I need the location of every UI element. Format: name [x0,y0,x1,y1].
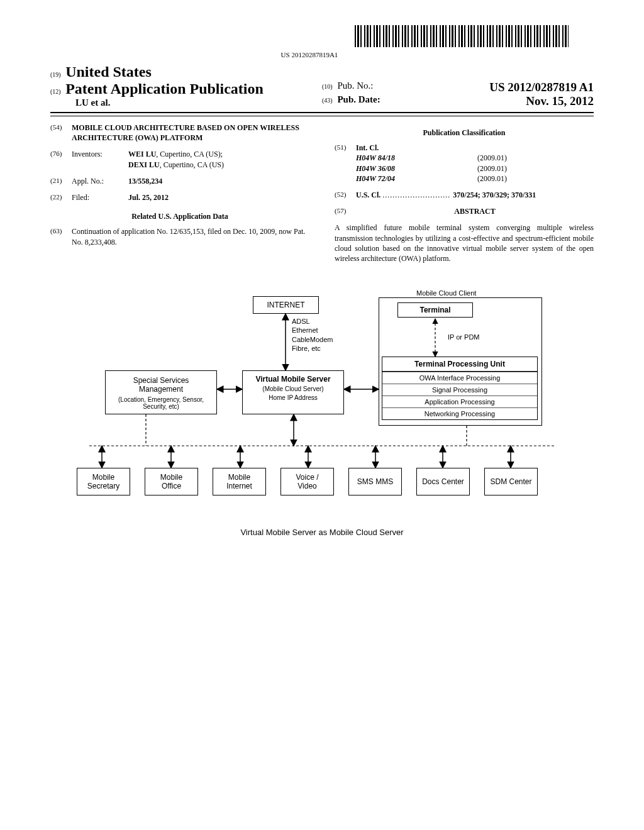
service-6: SDM Center [484,468,538,495]
uscl-value: 370/254; 370/329; 370/331 [453,191,536,199]
barcode-region: US 20120287819A1 [50,19,594,58]
intcl-0-class: H04W 84/18 [356,153,395,163]
continuation-text: Continuation of application No. 12/635,1… [72,226,309,246]
inventors-code: (76) [50,149,72,169]
service-4: SMS MMS [348,468,402,495]
bibliographic-section: (54) MOBILE CLOUD ARCHITECTURE BASED ON … [50,123,594,263]
service-5: Docs Center [416,468,470,495]
pub-type-code: (12) [50,88,61,95]
intcl-2-class: H04W 72/04 [356,174,395,184]
publication-header: (19) United States (12) Patent Applicati… [50,64,594,108]
intcl-2-ver: (2009.01) [477,174,507,184]
figure-diagram: INTERNET ADSL Ethernet CableModem Fibre,… [64,289,580,540]
abstract-code: (57) [335,206,356,216]
classification-heading: Publication Classification [335,128,594,138]
continuation-code: (63) [50,226,72,246]
internet-box: INTERNET [253,296,319,314]
filed-value: Jul. 25, 2012 [128,192,309,202]
pubno-label: Pub. No.: [337,80,373,91]
title-code: (54) [50,123,72,143]
pub-type: Patent Application Publication [65,80,264,97]
ssm-box: Special Services Management (Location, E… [105,370,217,414]
tpu-row-0: OWA Interface Processing [382,372,537,384]
ip-pdm-label: IP or PDM [448,333,480,341]
intcl-code: (51) [335,143,356,184]
applno-code: (21) [50,176,72,186]
service-1: Mobile Office [145,468,198,495]
inventors-label: Inventors: [72,149,128,169]
rule-thin [50,116,594,116]
conn-list: ADSL Ethernet CableModem Fibre, etc [292,317,333,353]
abstract-heading: ABSTRACT [356,206,594,216]
abstract-text: A simplified future mobile terminal syst… [335,223,594,263]
rule-thick [50,112,594,113]
uscl-label: U.S. Cl. [356,191,380,199]
invention-title: MOBILE CLOUD ARCHITECTURE BASED ON OPEN … [72,123,309,143]
tpu-header: Terminal Processing Unit [382,357,537,372]
pubno-code: (10) [322,83,333,90]
intcl-1-class: H04W 36/08 [356,163,395,174]
intcl-1-ver: (2009.01) [477,163,507,174]
author-line: LU et al. [50,97,322,108]
pubdate-code: (43) [322,97,333,104]
filed-code: (22) [50,192,72,202]
intcl-label: Int. Cl. [356,143,594,153]
pubdate-label: Pub. Date: [337,94,380,104]
tpu-row-2: Application Processing [382,396,537,407]
intcl-0-ver: (2009.01) [477,153,507,163]
tpu-row-3: Networking Processing [382,407,537,419]
country: United States [65,64,152,80]
tpu-stack: Terminal Processing Unit OWA Interface P… [382,357,538,420]
terminal-box: Terminal [397,302,473,318]
service-2: Mobile Internet [213,468,266,495]
vms-box: Virtual Mobile Server (Mobile Cloud Serv… [242,370,344,414]
tpu-row-1: Signal Processing [382,384,537,396]
applno-label: Appl. No.: [72,176,128,186]
inventors-value: WEI LU [128,150,156,158]
mcc-label: Mobile Cloud Client [416,289,476,297]
filed-label: Filed: [72,192,128,202]
pubno-value: US 2012/0287819 A1 [489,80,594,94]
service-3: Voice / Video [280,468,334,495]
pubdate-value: Nov. 15, 2012 [526,94,594,108]
country-code: (19) [50,71,61,78]
barcode-number: US 20120287819A1 [50,51,569,58]
service-0: Mobile Secretary [77,468,130,495]
uscl-code: (52) [335,190,356,200]
applno-value: 13/558,234 [128,176,309,186]
figure-caption: Virtual Mobile Server as Mobile Cloud Se… [64,528,580,537]
uscl-dots: ........................... [382,191,453,199]
barcode-graphic [355,25,569,47]
related-data-heading: Related U.S. Application Data [50,211,309,221]
